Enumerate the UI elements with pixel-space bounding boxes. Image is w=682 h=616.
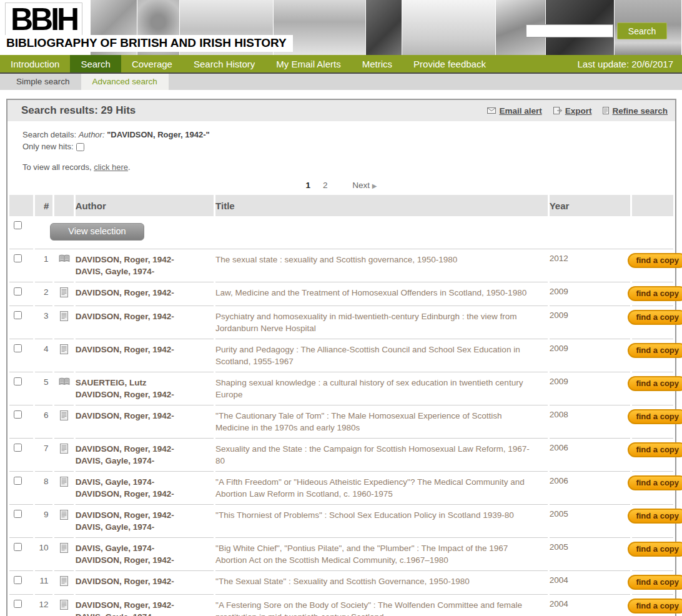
record-title-link[interactable]: "A Fifth Freedom" or "Hideous Atheistic …	[215, 477, 525, 499]
envelope-icon	[487, 107, 496, 114]
export-icon	[553, 107, 562, 114]
record-title-link[interactable]: "A Festering Sore on the Body of Society…	[215, 600, 522, 616]
header-checkbox-spacer	[9, 195, 33, 216]
record-title-link[interactable]: "Big White Chief", "Pontius Pilate", and…	[215, 544, 508, 565]
find-a-copy-button[interactable]: find a copy	[628, 343, 682, 358]
refine-search-link[interactable]: Refine search	[603, 106, 668, 116]
row-checkbox[interactable]	[14, 600, 22, 608]
page-1-current[interactable]: 1	[306, 181, 311, 190]
row-checkbox-cell	[9, 372, 33, 405]
row-checkbox-cell	[9, 439, 33, 472]
find-a-copy-button[interactable]: find a copy	[628, 575, 682, 590]
header-search-button[interactable]: Search	[617, 22, 667, 39]
record-title-link[interactable]: Shaping sexual knowledge : a cultural hi…	[215, 378, 523, 399]
email-alert-link[interactable]: Email alert	[487, 106, 541, 116]
row-authors: DAVIDSON, Roger, 1942-DAVIS, Gayle, 1974…	[76, 595, 214, 616]
column-header-title: Title	[215, 195, 548, 216]
row-checkbox[interactable]	[14, 254, 22, 262]
record-title-link[interactable]: "The Cautionary Tale of Tom" : The Male …	[215, 411, 502, 432]
result-row: 8 DAVIS, Gayle, 1974-DAVIDSON, Roger, 19…	[9, 472, 673, 505]
header-icon-spacer	[54, 195, 73, 216]
export-link[interactable]: Export	[553, 106, 592, 116]
record-title-link[interactable]: Sexuality and the State : the Campaign f…	[215, 444, 530, 465]
row-checkbox[interactable]	[14, 410, 22, 419]
article-icon	[60, 602, 68, 612]
find-a-copy-button[interactable]: find a copy	[628, 286, 682, 301]
result-row: 7 DAVIDSON, Roger, 1942-DAVIS, Gayle, 19…	[9, 439, 673, 472]
find-a-copy-button[interactable]: find a copy	[628, 310, 682, 325]
find-a-copy-button[interactable]: find a copy	[628, 475, 682, 490]
document-icon	[603, 107, 609, 114]
row-number: 3	[35, 306, 52, 339]
view-all-line: To view all records, click here.	[22, 161, 675, 173]
row-checkbox[interactable]	[14, 344, 22, 352]
record-title-link[interactable]: Purity and Pedagogy : The Alliance-Scott…	[215, 345, 520, 366]
results-table: # Author Title Year View selection 1	[7, 195, 675, 616]
author-name: DAVIS, Gayle, 1974-	[76, 521, 214, 533]
nav-item-metrics[interactable]: Metrics	[352, 55, 403, 72]
article-icon	[60, 314, 68, 323]
nav-item-search-history[interactable]: Search History	[183, 55, 265, 72]
nav-item-search[interactable]: Search	[70, 55, 121, 72]
row-year: 2009	[550, 344, 568, 353]
article-icon	[60, 579, 68, 588]
record-title-link[interactable]: Law, Medicine and the Treatment of Homos…	[215, 288, 526, 297]
nav-item-my-email-alerts[interactable]: My Email Alerts	[265, 55, 351, 72]
row-checkbox[interactable]	[14, 543, 22, 551]
nav-item-introduction[interactable]: Introduction	[0, 55, 70, 72]
subtab-simple-search[interactable]: Simple search	[5, 74, 81, 90]
nav-item-coverage[interactable]: Coverage	[121, 55, 183, 72]
record-title-link[interactable]: "This Thorniest of Problems" : School Se…	[215, 510, 514, 520]
view-selection-row: View selection	[9, 216, 673, 249]
row-checkbox[interactable]	[14, 477, 22, 485]
subtab-advanced-search[interactable]: Advanced search	[81, 74, 169, 90]
result-row: 3 DAVIDSON, Roger, 1942- Psychiatry and …	[9, 306, 673, 339]
article-icon	[60, 413, 68, 422]
author-name: SAUERTEIG, Lutz	[76, 377, 214, 389]
row-checkbox[interactable]	[14, 444, 22, 452]
author-name: DAVIDSON, Roger, 1942-	[76, 509, 214, 521]
find-a-copy-button[interactable]: find a copy	[628, 409, 682, 424]
row-checkbox-cell	[9, 538, 33, 571]
find-a-copy-button[interactable]: find a copy	[628, 599, 682, 614]
header-search-input[interactable]	[526, 24, 613, 37]
row-authors: DAVIDSON, Roger, 1942-	[76, 405, 214, 439]
banner-photo-portrait	[366, 0, 402, 55]
row-checkbox[interactable]	[14, 311, 22, 319]
row-year: 2009	[550, 287, 568, 296]
row-checkbox[interactable]	[14, 510, 22, 518]
record-title-link[interactable]: Psychiatry and homosexuality in mid-twen…	[215, 312, 516, 333]
header-action-spacer	[632, 195, 674, 216]
view-all-suffix: .	[128, 162, 131, 172]
pagination: 1 2 Next ▶	[7, 181, 675, 190]
row-year: 2009	[550, 310, 568, 320]
view-all-link[interactable]: click here	[94, 162, 128, 172]
find-a-copy-button[interactable]: find a copy	[628, 542, 682, 557]
row-checkbox[interactable]	[14, 287, 22, 296]
find-a-copy-button[interactable]: find a copy	[628, 442, 682, 457]
next-page-link[interactable]: Next ▶	[352, 181, 377, 190]
author-name: DAVIDSON, Roger, 1942-	[76, 310, 214, 322]
results-title: Search results: 29 Hits	[21, 104, 136, 117]
row-checkbox-cell	[9, 595, 33, 616]
nav-item-provide-feedback[interactable]: Provide feedback	[403, 55, 497, 72]
record-title-link[interactable]: The sexual state : sexuality and Scottis…	[215, 255, 457, 264]
only-new-hits-checkbox[interactable]	[76, 143, 84, 151]
bbih-logo[interactable]: BBIH	[5, 2, 82, 36]
author-name: DAVIDSON, Roger, 1942-	[76, 575, 214, 587]
page-2-link[interactable]: 2	[323, 181, 328, 190]
column-header-num: #	[35, 195, 52, 216]
search-subtabs: Simple searchAdvanced search	[0, 74, 682, 90]
view-selection-button[interactable]: View selection	[50, 223, 144, 241]
row-number: 4	[35, 339, 52, 372]
row-checkbox[interactable]	[14, 576, 22, 584]
record-title-link[interactable]: "The Sexual State" : Sexuality and Scott…	[215, 577, 470, 586]
select-all-checkbox[interactable]	[14, 221, 22, 229]
result-row: 2 DAVIDSON, Roger, 1942- Law, Medicine a…	[9, 282, 673, 306]
find-a-copy-button[interactable]: find a copy	[628, 376, 682, 391]
row-checkbox[interactable]	[14, 377, 22, 385]
row-authors: DAVIDSON, Roger, 1942-	[76, 339, 214, 372]
results-table-header-row: # Author Title Year	[9, 195, 673, 216]
find-a-copy-button[interactable]: find a copy	[628, 509, 682, 524]
find-a-copy-button[interactable]: find a copy	[628, 253, 682, 268]
